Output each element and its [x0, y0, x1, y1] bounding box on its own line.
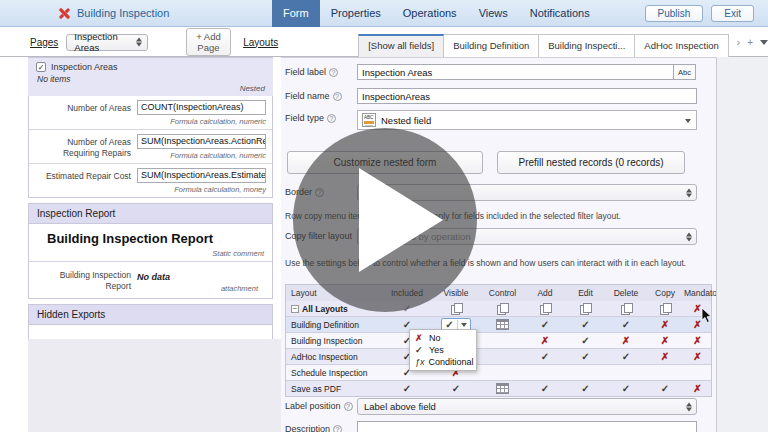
layout-cell[interactable]: ✓: [382, 381, 432, 396]
layout-cell[interactable]: ✓: [565, 333, 606, 348]
layout-tab[interactable]: AdHoc Inspection: [635, 34, 728, 57]
layout-row-name: AdHoc Inspection: [286, 349, 382, 364]
field-type-value: Nested field: [381, 115, 431, 126]
divider: [457, 320, 458, 329]
dropdown-option-conditional[interactable]: ƒxConditional: [410, 356, 476, 368]
pages-link[interactable]: Pages: [30, 37, 58, 48]
help-icon[interactable]: ?: [333, 92, 342, 101]
layout-cell[interactable]: ✓: [565, 317, 606, 332]
nav-tab-form[interactable]: Form: [272, 0, 320, 27]
nav-tab-properties[interactable]: Properties: [320, 0, 392, 27]
layout-cell[interactable]: ✓: [525, 317, 565, 332]
layout-cell[interactable]: [646, 301, 684, 316]
attachment-field[interactable]: Building Inspection Report No data attac…: [29, 261, 272, 298]
layout-cell[interactable]: [565, 301, 606, 316]
field-value-input[interactable]: SUM(InspectionAreas.EstimatedCo: [137, 168, 266, 183]
copy-icon[interactable]: [451, 303, 462, 314]
layout-tab[interactable]: Building Inspecti...: [539, 34, 635, 57]
copy-icon[interactable]: [540, 303, 551, 314]
nav-tab-notifications[interactable]: Notifications: [519, 0, 601, 27]
layout-tab[interactable]: Building Definition: [444, 34, 539, 57]
field-value-input[interactable]: COUNT(InspectionAreas): [137, 100, 266, 115]
layout-name-text: Building Definition: [291, 320, 359, 330]
copy-icon[interactable]: [497, 303, 508, 314]
layout-cell[interactable]: ✓: [565, 381, 606, 396]
abc-format-button[interactable]: Abc: [674, 64, 696, 80]
layout-tab[interactable]: [Show all fields]: [358, 34, 444, 57]
layout-menu-caret-icon[interactable]: [760, 40, 768, 45]
check-icon: ✓: [452, 384, 460, 394]
nav-tab-views[interactable]: Views: [468, 0, 519, 27]
attachment-value: No data: [137, 267, 266, 282]
layout-cell[interactable]: [480, 317, 525, 332]
layout-cell[interactable]: ✓: [646, 381, 684, 396]
page-select[interactable]: Inspection Areas: [66, 34, 147, 51]
layout-row-name: Building Definition: [286, 317, 382, 332]
field-value-input[interactable]: SUM(InspectionAreas.ActionRequi: [137, 134, 266, 149]
layout-cell[interactable]: ✓: [432, 381, 480, 396]
copy-icon[interactable]: [621, 303, 632, 314]
layout-cell[interactable]: [525, 301, 565, 316]
select-stepper-icon: [684, 231, 693, 242]
layout-cell[interactable]: ✓: [525, 381, 565, 396]
attachment-meta: attachment: [137, 284, 258, 293]
field-name-input[interactable]: InspectionAreas: [357, 88, 697, 104]
copy-icon[interactable]: [580, 303, 591, 314]
x-icon: ✗: [661, 336, 669, 346]
layout-cell[interactable]: [432, 301, 480, 316]
publish-button[interactable]: Publish: [645, 5, 704, 22]
layout-cell[interactable]: ✗: [646, 349, 684, 364]
pages-layouts-toolbar: Pages Inspection Areas + Add Page Layout…: [0, 28, 768, 57]
help-icon[interactable]: ?: [327, 114, 336, 123]
video-play-button[interactable]: [293, 128, 477, 312]
dropdown-option-yes[interactable]: ✓Yes: [410, 344, 476, 356]
layout-cell[interactable]: ✓: [606, 317, 646, 332]
layout-cell[interactable]: ✓: [525, 349, 565, 364]
layout-cell[interactable]: ✗: [646, 333, 684, 348]
layout-cell[interactable]: [606, 301, 646, 316]
layout-cell[interactable]: [480, 381, 525, 396]
field-label-input[interactable]: Inspection Areas: [357, 64, 674, 80]
checkbox-icon[interactable]: ✓: [36, 62, 46, 72]
add-layout-icon[interactable]: +: [747, 37, 753, 48]
dropdown-option-no[interactable]: ✗No: [410, 332, 476, 344]
help-icon[interactable]: ?: [329, 68, 338, 77]
label-position-select[interactable]: Label above field: [357, 398, 697, 415]
grid-control-icon[interactable]: [496, 383, 509, 394]
section-header-hidden-exports[interactable]: Hidden Exports: [28, 304, 273, 325]
help-icon[interactable]: ?: [344, 402, 353, 411]
static-comment-field[interactable]: Building Inspection Report Static commen…: [29, 224, 272, 261]
app-logo-icon: [58, 7, 71, 20]
layout-cell[interactable]: ✓: [606, 381, 646, 396]
nested-field-section[interactable]: ✓ Inspection Areas No items Nested: [28, 57, 273, 96]
copy-icon[interactable]: [660, 303, 671, 314]
collapse-icon[interactable]: −: [291, 305, 299, 313]
static-comment-title: Building Inspection Report: [47, 231, 264, 246]
field-type-select[interactable]: Nested field: [357, 110, 697, 130]
layouts-link[interactable]: Layouts: [243, 37, 278, 48]
add-page-button[interactable]: + Add Page: [186, 28, 231, 56]
section-header-inspection-report[interactable]: Inspection Report: [28, 203, 273, 224]
layout-cell[interactable]: [480, 301, 525, 316]
table-col-header: Delete: [606, 285, 646, 301]
layout-cell[interactable]: ✗: [684, 349, 711, 364]
grid-control-icon[interactable]: [496, 319, 509, 330]
layout-cell[interactable]: ✗: [525, 333, 565, 348]
layout-cell[interactable]: ✗: [684, 381, 711, 396]
field-value-wrap: COUNT(InspectionAreas)Formula calculatio…: [137, 100, 266, 126]
help-icon[interactable]: ?: [333, 425, 342, 432]
table-col-header: Edit: [565, 285, 606, 301]
table-col-header: Control: [480, 285, 525, 301]
page-background: [28, 339, 281, 432]
nav-tab-operations[interactable]: Operations: [392, 0, 468, 27]
tabs-scroll-right-icon[interactable]: ›: [737, 37, 740, 48]
layout-cell[interactable]: ✓: [565, 349, 606, 364]
layout-cell[interactable]: ✓: [606, 349, 646, 364]
exit-button[interactable]: Exit: [711, 5, 754, 22]
layout-name-text: Schedule Inspection: [291, 368, 368, 378]
layout-cell[interactable]: ✗: [646, 317, 684, 332]
layout-cell[interactable]: ✗: [606, 333, 646, 348]
layout-cell[interactable]: ✗: [684, 333, 711, 348]
prefill-nested-records-button[interactable]: Prefill nested records (0 records): [497, 151, 685, 174]
description-textarea[interactable]: [357, 421, 697, 432]
